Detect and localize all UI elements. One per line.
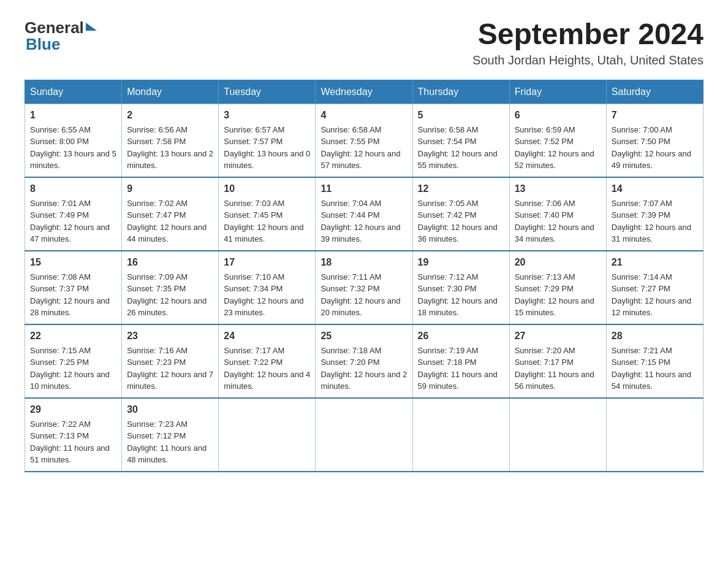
day-info: Sunrise: 7:05 AMSunset: 7:42 PMDaylight:… [418,199,498,244]
calendar-day-cell: 24Sunrise: 7:17 AMSunset: 7:22 PMDayligh… [219,324,316,398]
calendar-day-cell [316,398,412,472]
calendar-day-cell: 18Sunrise: 7:11 AMSunset: 7:32 PMDayligh… [316,251,412,324]
day-info: Sunrise: 7:17 AMSunset: 7:22 PMDaylight:… [224,346,310,391]
day-number: 28 [612,329,698,343]
logo-triangle-icon [86,23,97,31]
day-number: 14 [612,182,698,196]
calendar-day-cell: 30Sunrise: 7:23 AMSunset: 7:12 PMDayligh… [122,398,219,472]
page: General Blue September 2024 South Jordan… [0,0,728,497]
day-number: 23 [127,329,213,343]
col-header-wednesday: Wednesday [316,80,412,104]
day-number: 26 [418,329,504,343]
calendar-header-row: Sunday Monday Tuesday Wednesday Thursday… [25,80,703,104]
day-number: 21 [612,255,698,270]
day-info: Sunrise: 7:03 AMSunset: 7:45 PMDaylight:… [224,199,303,244]
day-info: Sunrise: 7:16 AMSunset: 7:23 PMDaylight:… [127,346,213,391]
day-info: Sunrise: 7:06 AMSunset: 7:40 PMDaylight:… [515,199,594,244]
location-subtitle: South Jordan Heights, Utah, United State… [472,53,703,67]
day-info: Sunrise: 7:12 AMSunset: 7:30 PMDaylight:… [418,272,498,318]
day-number: 6 [515,108,601,123]
logo: General Blue [25,18,97,54]
day-number: 17 [224,255,310,270]
calendar-day-cell: 26Sunrise: 7:19 AMSunset: 7:18 PMDayligh… [412,324,509,398]
day-info: Sunrise: 7:22 AMSunset: 7:13 PMDaylight:… [30,419,110,465]
calendar-week-row: 15Sunrise: 7:08 AMSunset: 7:37 PMDayligh… [25,251,703,324]
day-number: 9 [127,182,213,196]
day-info: Sunrise: 7:23 AMSunset: 7:12 PMDaylight:… [127,419,207,465]
calendar-day-cell: 8Sunrise: 7:01 AMSunset: 7:49 PMDaylight… [25,177,122,251]
day-info: Sunrise: 7:07 AMSunset: 7:39 PMDaylight:… [612,199,691,244]
day-number: 25 [320,329,407,343]
day-number: 1 [30,108,116,123]
day-info: Sunrise: 7:13 AMSunset: 7:29 PMDaylight:… [515,272,594,318]
day-info: Sunrise: 7:00 AMSunset: 7:50 PMDaylight:… [612,125,691,170]
day-number: 12 [418,182,504,196]
day-number: 20 [515,255,601,270]
col-header-sunday: Sunday [25,80,122,104]
calendar-day-cell: 9Sunrise: 7:02 AMSunset: 7:47 PMDaylight… [122,177,219,251]
day-info: Sunrise: 7:09 AMSunset: 7:35 PMDaylight:… [127,272,207,318]
calendar-day-cell: 28Sunrise: 7:21 AMSunset: 7:15 PMDayligh… [606,324,703,398]
day-info: Sunrise: 6:55 AMSunset: 8:00 PMDaylight:… [30,125,116,170]
day-info: Sunrise: 7:21 AMSunset: 7:15 PMDaylight:… [612,346,691,391]
day-number: 30 [127,402,213,417]
calendar-day-cell [509,398,606,472]
calendar-day-cell [412,398,509,472]
month-year-title: September 2024 [472,18,703,51]
header: General Blue September 2024 South Jordan… [25,18,703,67]
day-number: 3 [224,108,310,123]
day-number: 15 [30,255,116,270]
title-block: September 2024 South Jordan Heights, Uta… [472,18,703,67]
calendar-day-cell: 22Sunrise: 7:15 AMSunset: 7:25 PMDayligh… [25,324,122,398]
day-number: 4 [320,108,407,123]
calendar-day-cell: 25Sunrise: 7:18 AMSunset: 7:20 PMDayligh… [316,324,412,398]
day-number: 10 [224,182,310,196]
calendar-day-cell: 20Sunrise: 7:13 AMSunset: 7:29 PMDayligh… [509,251,606,324]
day-number: 27 [515,329,601,343]
day-number: 7 [612,108,698,123]
calendar-day-cell [219,398,316,472]
calendar-day-cell: 23Sunrise: 7:16 AMSunset: 7:23 PMDayligh… [122,324,219,398]
calendar-day-cell: 12Sunrise: 7:05 AMSunset: 7:42 PMDayligh… [412,177,509,251]
day-info: Sunrise: 7:20 AMSunset: 7:17 PMDaylight:… [515,346,594,391]
day-number: 5 [418,108,504,123]
day-number: 11 [320,182,407,196]
day-number: 22 [30,329,116,343]
col-header-saturday: Saturday [606,80,703,104]
day-number: 16 [127,255,213,270]
calendar-day-cell: 21Sunrise: 7:14 AMSunset: 7:27 PMDayligh… [606,251,703,324]
calendar-day-cell: 7Sunrise: 7:00 AMSunset: 7:50 PMDaylight… [606,104,703,177]
day-info: Sunrise: 7:14 AMSunset: 7:27 PMDaylight:… [612,272,691,318]
day-info: Sunrise: 7:10 AMSunset: 7:34 PMDaylight:… [224,272,303,318]
day-number: 8 [30,182,116,196]
calendar-week-row: 29Sunrise: 7:22 AMSunset: 7:13 PMDayligh… [25,398,703,472]
day-info: Sunrise: 6:59 AMSunset: 7:52 PMDaylight:… [515,125,594,170]
day-info: Sunrise: 7:11 AMSunset: 7:32 PMDaylight:… [320,272,400,318]
day-number: 2 [127,108,213,123]
day-info: Sunrise: 6:58 AMSunset: 7:54 PMDaylight:… [418,125,498,170]
calendar-week-row: 1Sunrise: 6:55 AMSunset: 8:00 PMDaylight… [25,104,703,177]
calendar-day-cell: 13Sunrise: 7:06 AMSunset: 7:40 PMDayligh… [509,177,606,251]
day-number: 19 [418,255,504,270]
day-number: 29 [30,402,116,417]
calendar-day-cell: 4Sunrise: 6:58 AMSunset: 7:55 PMDaylight… [316,104,412,177]
day-info: Sunrise: 7:15 AMSunset: 7:25 PMDaylight:… [30,346,110,391]
calendar-day-cell: 27Sunrise: 7:20 AMSunset: 7:17 PMDayligh… [509,324,606,398]
day-info: Sunrise: 7:04 AMSunset: 7:44 PMDaylight:… [320,199,400,244]
calendar-day-cell [606,398,703,472]
day-info: Sunrise: 6:58 AMSunset: 7:55 PMDaylight:… [320,125,400,170]
calendar-day-cell: 5Sunrise: 6:58 AMSunset: 7:54 PMDaylight… [412,104,509,177]
col-header-monday: Monday [122,80,219,104]
calendar-day-cell: 16Sunrise: 7:09 AMSunset: 7:35 PMDayligh… [122,251,219,324]
day-info: Sunrise: 7:19 AMSunset: 7:18 PMDaylight:… [418,346,498,391]
day-info: Sunrise: 7:01 AMSunset: 7:49 PMDaylight:… [30,199,110,244]
logo-blue-text: Blue [26,35,60,54]
day-number: 18 [320,255,407,270]
col-header-tuesday: Tuesday [219,80,316,104]
calendar-day-cell: 14Sunrise: 7:07 AMSunset: 7:39 PMDayligh… [606,177,703,251]
calendar-day-cell: 3Sunrise: 6:57 AMSunset: 7:57 PMDaylight… [219,104,316,177]
day-number: 24 [224,329,310,343]
col-header-friday: Friday [509,80,606,104]
day-number: 13 [515,182,601,196]
calendar-day-cell: 2Sunrise: 6:56 AMSunset: 7:58 PMDaylight… [122,104,219,177]
